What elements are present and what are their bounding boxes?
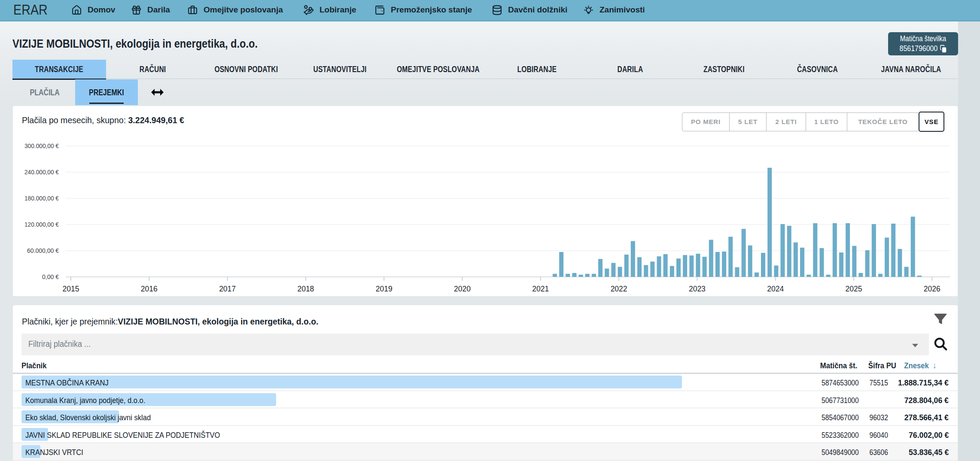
svg-text:2023: 2023 (689, 285, 706, 293)
svg-text:2018: 2018 (297, 285, 314, 293)
svg-text:2024: 2024 (767, 285, 784, 293)
svg-text:2016: 2016 (141, 285, 158, 293)
svg-text:2025: 2025 (846, 285, 862, 293)
svg-text:2015: 2015 (63, 285, 79, 293)
svg-text:2022: 2022 (611, 285, 627, 293)
svg-text:300.000,00 €: 300.000,00 € (24, 142, 59, 149)
svg-text:0,00 €: 0,00 € (42, 273, 59, 280)
svg-text:2020: 2020 (454, 285, 471, 293)
svg-text:60.000,00 €: 60.000,00 € (27, 247, 59, 254)
svg-text:180.000,00 €: 180.000,00 € (24, 194, 59, 202)
svg-text:2021: 2021 (532, 285, 549, 293)
svg-text:120.000,00 €: 120.000,00 € (24, 221, 59, 228)
svg-text:2026: 2026 (924, 285, 940, 293)
svg-text:2017: 2017 (219, 285, 236, 293)
svg-text:240.000,00 €: 240.000,00 € (24, 168, 59, 176)
svg-text:2019: 2019 (376, 285, 393, 293)
